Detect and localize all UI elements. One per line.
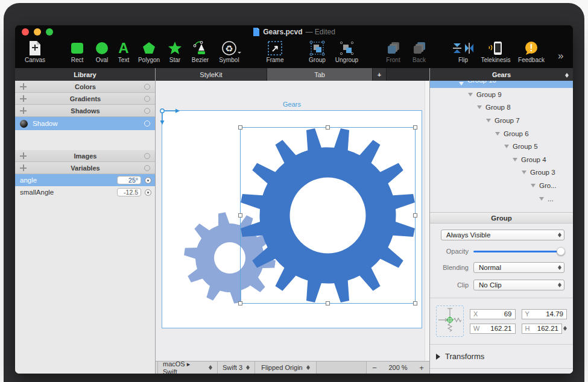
platform-dropdown[interactable]: macOS ▸ Swift: [157, 362, 218, 374]
colors-radio-icon[interactable]: [144, 84, 150, 90]
disclosure-triangle-icon[interactable]: [459, 82, 464, 86]
disclosure-triangle-icon[interactable]: [486, 119, 491, 122]
variables-radio-icon[interactable]: [144, 165, 150, 171]
zoom-window-button[interactable]: [46, 28, 53, 36]
h-field-stepper[interactable]: [563, 324, 567, 333]
selection-handle-e[interactable]: [413, 213, 417, 218]
disclosure-triangle-icon[interactable]: [513, 158, 517, 161]
disclosure-triangle-icon[interactable]: [495, 132, 500, 136]
disclosure-triangle-icon[interactable]: [539, 197, 544, 201]
add-color-icon[interactable]: [20, 83, 27, 90]
opacity-slider-knob[interactable]: [557, 247, 565, 255]
w-field[interactable]: W 162.21: [470, 324, 516, 334]
language-dropdown[interactable]: Swift 3: [218, 362, 255, 374]
library-group-gradients[interactable]: Gradients: [15, 93, 155, 105]
canvas-viewport[interactable]: Gears: [156, 81, 429, 361]
toolbar-feedback-button[interactable]: ! Feedback: [514, 40, 548, 63]
selection-handle-w[interactable]: [238, 213, 242, 218]
zoom-level[interactable]: 200 %: [382, 364, 414, 371]
selection-box[interactable]: [240, 127, 416, 304]
disclosure-triangle-icon[interactable]: [522, 171, 526, 174]
y-field[interactable]: Y 14.79: [522, 309, 567, 319]
tree-row-group3[interactable]: Group 3: [430, 166, 573, 180]
springs-struts-widget[interactable]: [436, 305, 464, 337]
disclosure-triangle-icon[interactable]: [531, 184, 536, 187]
smallangle-value-field[interactable]: -12.5: [117, 188, 141, 196]
selection-handle-nw[interactable]: [238, 125, 242, 130]
h-field[interactable]: H 162.21: [522, 324, 563, 334]
disclosure-triangle-icon[interactable]: [477, 105, 482, 109]
zoom-in-button[interactable]: +: [414, 363, 429, 372]
blending-dropdown[interactable]: Normal: [473, 262, 564, 273]
x-field[interactable]: X 69: [470, 309, 516, 319]
toolbar-ungroup-button[interactable]: Ungroup: [331, 40, 362, 63]
smallangle-target-icon[interactable]: [145, 189, 151, 196]
variable-row-angle[interactable]: angle 25°: [15, 174, 155, 186]
angle-target-icon[interactable]: [145, 177, 151, 184]
images-radio-icon[interactable]: [144, 153, 150, 159]
library-group-variables[interactable]: Variables: [15, 162, 155, 174]
add-tab-button[interactable]: +: [373, 68, 387, 81]
toolbar-flip-button[interactable]: Flip: [449, 40, 477, 63]
toolbar-back-button[interactable]: Back: [407, 40, 431, 63]
library-group-colors[interactable]: Colors: [15, 81, 155, 93]
angle-value-field[interactable]: 25°: [117, 176, 141, 184]
toolbar-rect-button[interactable]: Rect: [63, 40, 91, 63]
disclosure-triangle-icon[interactable]: [468, 93, 473, 96]
library-item-shadow[interactable]: Shadow: [15, 117, 155, 130]
tree-row-group8[interactable]: Group 8: [430, 101, 573, 114]
transforms-section-toggle[interactable]: Transforms: [436, 352, 567, 361]
add-image-icon[interactable]: [20, 152, 27, 159]
tab-tab[interactable]: Tab: [267, 68, 373, 81]
tree-row-group2[interactable]: Gro...: [430, 179, 573, 192]
toolbar-bezier-button[interactable]: Bezier: [186, 40, 214, 63]
shadow-radio-icon[interactable]: [144, 121, 150, 127]
close-window-button[interactable]: [22, 28, 29, 36]
tree-row-ellipsis[interactable]: ...: [430, 192, 573, 205]
toolbar-group-button[interactable]: Group: [303, 40, 331, 63]
tree-row-group6[interactable]: Group 6: [430, 127, 573, 140]
selection-handle-s[interactable]: [326, 301, 330, 305]
toolbar-polygon-button[interactable]: Polygon: [134, 40, 163, 63]
toolbar-symbol-button[interactable]: ♻ Symbol: [214, 40, 244, 63]
tab-stylekit[interactable]: StyleKit: [156, 68, 267, 81]
origin-stepper-icon: [306, 363, 310, 372]
toolbar-frame-button[interactable]: Frame: [261, 40, 289, 63]
disclosure-triangle-icon[interactable]: [504, 145, 509, 148]
inspector-header-stepper-icon[interactable]: [565, 71, 569, 80]
add-gradient-icon[interactable]: [20, 95, 27, 102]
opacity-slider[interactable]: [473, 247, 564, 255]
toolbar-text-button[interactable]: A Text: [113, 40, 134, 63]
selection-handle-n[interactable]: [326, 125, 330, 130]
artboard-label: Gears: [162, 101, 422, 108]
toolbar-oval-button[interactable]: Oval: [91, 40, 113, 63]
opacity-slider-track[interactable]: [473, 251, 564, 252]
toolbar-star-button[interactable]: Star: [163, 40, 186, 63]
add-shadow-icon[interactable]: [20, 107, 27, 114]
zoom-out-button[interactable]: −: [367, 363, 382, 372]
toolbar-overflow-chevron[interactable]: »: [558, 50, 563, 62]
shadows-radio-icon[interactable]: [144, 108, 150, 114]
selection-handle-sw[interactable]: [238, 301, 242, 305]
tree-row-group5[interactable]: Group 5: [430, 140, 573, 153]
tree-row-group7[interactable]: Group 7: [430, 114, 573, 127]
selection-handle-se[interactable]: [413, 301, 417, 305]
tree-row-group9[interactable]: Group 9: [430, 88, 573, 101]
tree-row-group4[interactable]: Group 4: [430, 153, 573, 166]
origin-dropdown[interactable]: Flipped Origin: [255, 362, 317, 374]
tree-row-group10[interactable]: Group 10: [430, 81, 573, 88]
library-group-images[interactable]: Images: [15, 150, 155, 162]
toolbar-front-button[interactable]: Front: [379, 40, 407, 63]
vertical-scrollbar[interactable]: [425, 81, 429, 361]
visibility-dropdown[interactable]: Always Visible: [441, 230, 564, 240]
library-group-shadows[interactable]: Shadows: [15, 105, 155, 117]
variable-row-smallangle[interactable]: smallAngle -12.5: [15, 186, 155, 198]
artboard[interactable]: [162, 110, 422, 328]
toolbar-canvas-button[interactable]: Canvas: [21, 40, 49, 63]
selection-handle-ne[interactable]: [413, 125, 417, 130]
clip-dropdown[interactable]: No Clip: [473, 280, 564, 290]
add-variable-icon[interactable]: [20, 164, 27, 171]
toolbar-telekinesis-button[interactable]: Telekinesis: [477, 40, 514, 63]
minimize-window-button[interactable]: [34, 28, 41, 36]
gradients-radio-icon[interactable]: [144, 96, 150, 102]
